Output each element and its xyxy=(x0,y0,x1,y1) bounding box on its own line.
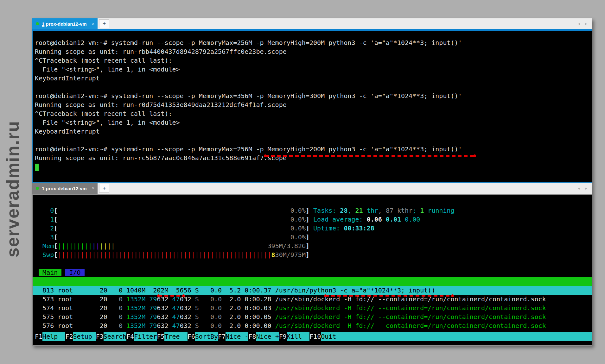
terminal-line: File "<string>", line 1, in <module> xyxy=(33,118,592,127)
terminal-line: Running scope as unit: run-rbb4400437d89… xyxy=(33,47,592,56)
htop-line: Swp[||||||||||||||||||||||||||||||||||||… xyxy=(33,250,592,259)
fn-key: F4 xyxy=(126,332,134,341)
htop-line: 0[ 0.0%] Tasks: 28, 21 thr, 87 kthr; 1 r… xyxy=(33,206,592,215)
process-table-header[interactable] xyxy=(33,277,592,286)
tab-bar-top: 1 prox-debian12-vm × + ◄ ► xyxy=(32,18,592,29)
terminal-line xyxy=(33,83,592,91)
close-icon[interactable]: × xyxy=(92,186,94,191)
fn-key: F9 xyxy=(279,332,287,341)
process-row[interactable]: 576 root 20 0 1352M 79632 47032 S 0.0 2.… xyxy=(33,321,592,330)
tab-label: 1 prox-debian12-vm xyxy=(42,186,87,191)
terminal-line: ^CTraceback (most recent call last): xyxy=(33,109,592,118)
terminal-screen-shell[interactable]: root@debian12-vm:~# systemd-run --scope … xyxy=(32,31,592,183)
fn-key: F3 xyxy=(96,332,104,341)
scroll-right-icon[interactable]: ► xyxy=(584,186,588,190)
terminal-line xyxy=(33,162,592,171)
terminal-line: ^CTraceback (most recent call last): xyxy=(33,56,592,65)
fn-key: F7 xyxy=(218,332,226,341)
terminal-cursor xyxy=(35,164,39,171)
tab-bar-bottom: 1 prox-debian12-vm × + ◄ ► xyxy=(32,183,592,194)
fn-label[interactable]: Setup xyxy=(73,332,96,341)
fn-label[interactable]: Tree xyxy=(164,332,187,341)
terminal-screen-htop[interactable]: 0[ 0.0%] Tasks: 28, 21 thr, 87 kthr; 1 r… xyxy=(32,195,592,346)
fn-label[interactable]: Nice + xyxy=(256,332,279,341)
htop-line: 1[ 0.0%] Load average: 0.06 0.01 0.00 xyxy=(33,215,592,224)
fn-key: F5 xyxy=(157,332,164,341)
function-key-bar[interactable]: F1Help F2Setup F3SearchF4FilterF5Tree F6… xyxy=(33,332,592,341)
process-row[interactable]: 813 root 20 0 1040M 202M 5656 S 0.0 5.2 … xyxy=(33,286,592,295)
fn-key: F1 xyxy=(35,332,42,341)
terminal-line: root@debian12-vm:~# systemd-run --scope … xyxy=(33,145,592,154)
fn-label[interactable]: Nice - xyxy=(226,332,248,341)
annotation-underline-res xyxy=(158,295,184,297)
fn-key: F6 xyxy=(188,332,195,341)
process-row[interactable]: 574 root 20 0 1352M 79632 47032 S 0.0 2.… xyxy=(33,304,592,312)
fn-key: F8 xyxy=(248,332,256,341)
tab-scroll-arrows: ◄ ► xyxy=(577,183,588,194)
htop-line: 3[ 0.0%] xyxy=(33,233,592,242)
fn-label[interactable]: Filter xyxy=(134,332,157,341)
session-status-icon xyxy=(36,187,39,190)
scroll-right-icon[interactable]: ► xyxy=(584,22,588,26)
fn-bar-fill xyxy=(344,332,592,341)
fn-key: F10 xyxy=(309,332,321,341)
terminal-line: KeyboardInterrupt xyxy=(33,74,592,83)
htop-line: 2[ 0.0%] Uptime: 00:33:28 xyxy=(33,224,592,233)
new-tab-button[interactable]: + xyxy=(99,184,109,193)
annotation-underline-python-cmd xyxy=(325,295,453,297)
close-icon[interactable]: × xyxy=(92,21,94,26)
new-tab-button[interactable]: + xyxy=(99,19,109,28)
terminal-window-top: 1 prox-debian12-vm × + ◄ ► root@debian12… xyxy=(32,18,592,183)
scroll-left-icon[interactable]: ◄ xyxy=(577,186,581,190)
fn-label[interactable]: Search xyxy=(104,332,126,341)
terminal-line xyxy=(33,136,592,145)
tab-prox-debian12-vm[interactable]: 1 prox-debian12-vm × xyxy=(32,18,98,29)
htop-line: Mem[||||||||||||||| 395M/3.82G] xyxy=(33,242,592,250)
fn-key: F2 xyxy=(65,332,73,341)
process-row[interactable]: 573 root 20 0 1352M 79632 47032 S 0.0 2.… xyxy=(33,295,592,304)
process-row[interactable]: 575 root 20 0 1352M 79632 47032 S 0.0 2.… xyxy=(33,312,592,321)
terminal-line: root@debian12-vm:~# systemd-run --scope … xyxy=(33,38,592,47)
scroll-left-icon[interactable]: ◄ xyxy=(577,22,581,26)
tab-scroll-arrows: ◄ ► xyxy=(577,18,588,29)
htop-line xyxy=(33,259,592,268)
terminal-window-bottom: 1 prox-debian12-vm × + ◄ ► 0[ 0.0%] Task… xyxy=(32,183,592,346)
fn-label[interactable]: SortBy xyxy=(195,332,218,341)
htop-line: Main I/O xyxy=(33,268,592,277)
tab-prox-debian12-vm-2[interactable]: 1 prox-debian12-vm × xyxy=(32,183,98,194)
terminal-line: Running scope as unit: run-r0d75d41353e8… xyxy=(33,100,592,109)
fn-label[interactable]: Help xyxy=(42,332,65,341)
terminal-line: root@debian12-vm:~# systemd-run --scope … xyxy=(33,91,592,100)
watermark-serveradmin: serveradmin.ru xyxy=(2,91,24,287)
annotation-underline-command xyxy=(265,155,475,157)
fn-label[interactable]: Quit xyxy=(321,332,344,341)
fn-label[interactable]: Kill xyxy=(287,332,309,341)
terminal-line: File "<string>", line 1, in <module> xyxy=(33,65,592,74)
terminal-line: KeyboardInterrupt xyxy=(33,127,592,136)
tab-label: 1 prox-debian12-vm xyxy=(42,21,87,27)
session-status-icon xyxy=(36,22,39,25)
